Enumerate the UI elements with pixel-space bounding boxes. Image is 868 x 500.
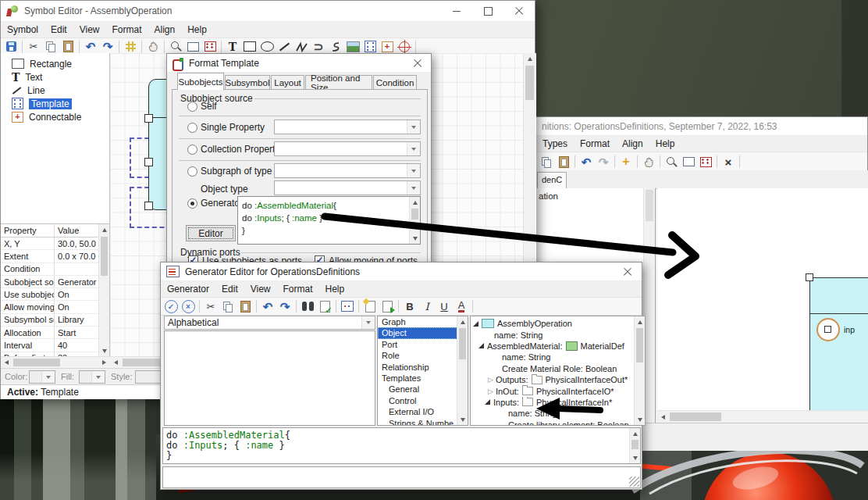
property-row[interactable]: X, Y30.0, 50.0	[1, 238, 99, 250]
generator-preview-scrollbar[interactable]	[409, 197, 420, 244]
ellipse-tool-button[interactable]	[258, 39, 276, 54]
copy-button[interactable]	[219, 299, 237, 314]
image-tool-button[interactable]	[344, 39, 361, 54]
copy-button[interactable]	[42, 39, 59, 54]
category-strings-numbers[interactable]: Strings & Numbe	[378, 418, 457, 426]
color-dropdown[interactable]	[29, 370, 55, 384]
menu-format[interactable]: Format	[574, 137, 616, 151]
menu-view[interactable]: View	[73, 23, 106, 37]
expanded-icon[interactable]	[478, 343, 484, 348]
object-type-dropdown[interactable]	[274, 180, 421, 195]
palette-item-text[interactable]: T Text	[1, 70, 109, 84]
new-generator-button[interactable]	[361, 299, 379, 314]
palette-item-template[interactable]: Template	[1, 97, 109, 110]
property-row[interactable]: Allow moving ofOn	[1, 301, 99, 313]
menu-help[interactable]: Help	[649, 137, 681, 151]
paste-button[interactable]	[237, 299, 254, 314]
menu-symbol[interactable]: Symbol	[1, 23, 44, 37]
paste-button[interactable]	[555, 155, 572, 170]
rectangle-tool-button[interactable]	[241, 39, 258, 54]
accept-button[interactable]: ✓	[162, 299, 180, 314]
browser-mode-dropdown[interactable]: Alphabetical	[164, 316, 375, 330]
tree-item-name[interactable]: name: String	[471, 352, 645, 362]
format-template-titlebar[interactable]: Format Template	[167, 54, 431, 73]
tree-item-assembledmaterial[interactable]: AssembledMaterial: MaterialDef	[471, 341, 645, 352]
menu-view[interactable]: View	[244, 282, 277, 296]
category-list-scrollbar[interactable]	[457, 316, 468, 425]
radio-generator[interactable]	[187, 198, 197, 209]
shape-handle[interactable]	[144, 114, 153, 123]
tree-item-outputs[interactable]: ▷ Outputs: PhysicalInterfaceOut*	[471, 374, 645, 385]
property-column-header[interactable]: Property	[1, 226, 54, 235]
symbol-editor-titlebar[interactable]: Symbol Editor - AssemblyOperation	[1, 1, 535, 22]
cut-button[interactable]: ✂	[202, 299, 219, 314]
check-generator-button[interactable]	[316, 299, 333, 314]
palette-item-connectable[interactable]: + Connectable	[1, 110, 109, 123]
property-row[interactable]: Subsymbol sourLibrary	[1, 314, 99, 327]
redo-button[interactable]: ↷	[276, 299, 293, 314]
tree-scrollbar[interactable]	[634, 316, 645, 425]
menu-align[interactable]: Align	[148, 23, 182, 37]
arc-tool-button[interactable]: ⊃	[310, 39, 327, 54]
info-button[interactable]	[339, 299, 356, 314]
template-tool-button[interactable]	[361, 39, 379, 54]
category-object[interactable]: Object	[378, 327, 457, 338]
property-row[interactable]: AllocationStart	[1, 327, 99, 339]
shape-handle[interactable]	[144, 202, 153, 210]
generator-comment-pane[interactable]	[162, 466, 641, 488]
find-button[interactable]	[299, 299, 316, 314]
polyline-tool-button[interactable]	[293, 39, 310, 54]
pan-button[interactable]	[640, 155, 657, 170]
grid-button[interactable]	[122, 39, 139, 54]
view-area-button[interactable]	[680, 155, 697, 170]
italic-button[interactable]: I	[418, 299, 436, 314]
menu-help[interactable]: Help	[319, 282, 351, 296]
category-templates[interactable]: Templates	[378, 373, 457, 384]
fill-dropdown[interactable]	[79, 370, 105, 384]
editor-button[interactable]: Editor	[186, 225, 236, 241]
view-area-button[interactable]	[184, 39, 201, 54]
category-port[interactable]: Port	[378, 339, 457, 350]
category-control[interactable]: Control	[378, 395, 457, 406]
dialog-close-button[interactable]	[404, 54, 431, 72]
tab-position-and-size[interactable]: Position and Size	[305, 75, 372, 90]
single-property-dropdown[interactable]	[274, 120, 421, 134]
crosshair-tool-button[interactable]	[396, 39, 413, 54]
shape-handle[interactable]	[144, 158, 153, 166]
palette-item-rectangle[interactable]: Rectangle	[1, 57, 109, 70]
palette-item-line[interactable]: Line	[1, 84, 109, 97]
tab-subobjects[interactable]: Subobjects	[177, 73, 224, 90]
connectable-tool-button[interactable]: +	[379, 39, 396, 54]
minimize-button[interactable]	[441, 1, 472, 21]
cut-button[interactable]: ✂	[25, 39, 42, 54]
property-row[interactable]: Condition	[1, 263, 99, 276]
collapsed-icon[interactable]: ▷	[488, 388, 493, 395]
redo-button[interactable]: ↷	[99, 39, 116, 54]
generator-editor-titlebar[interactable]: Generator Editor for OperationsDefinitio…	[161, 262, 642, 281]
tree-item-inputs-name[interactable]: name: String	[471, 408, 645, 419]
close-button[interactable]	[503, 1, 535, 21]
add-element-button[interactable]: +	[617, 155, 635, 170]
menu-format[interactable]: Format	[277, 282, 319, 296]
generator-editor-close-button[interactable]	[614, 262, 642, 280]
font-color-button[interactable]: A	[453, 299, 470, 314]
menu-edit[interactable]: Edit	[44, 23, 73, 37]
handle-top-left[interactable]	[806, 273, 813, 281]
diagram-canvas[interactable]: fsdfd inp	[657, 188, 868, 423]
diagram-object-fsdfd[interactable]: fsdfd	[809, 277, 868, 416]
collapsed-icon[interactable]: ▷	[488, 376, 493, 384]
underline-button[interactable]: U	[436, 299, 453, 314]
generator-preview[interactable]: do :AssembledMaterial{ do :Inputs; { :na…	[237, 196, 421, 245]
category-role[interactable]: Role	[378, 350, 457, 361]
radio-self[interactable]	[187, 102, 197, 112]
pan-button[interactable]	[144, 39, 162, 54]
resize-grip[interactable]	[629, 477, 639, 487]
generator-list[interactable]	[164, 330, 375, 426]
category-general[interactable]: General	[378, 384, 457, 395]
tree-item-create-library-element[interactable]: Create library element: Boolean	[471, 420, 645, 426]
undo-button[interactable]: ↶	[82, 39, 99, 54]
property-row[interactable]: Extent0.0 x 70.0	[1, 250, 99, 262]
copy-button[interactable]	[538, 155, 555, 170]
port-handle[interactable]	[824, 326, 831, 333]
tab-condition[interactable]: Condition	[373, 75, 417, 90]
